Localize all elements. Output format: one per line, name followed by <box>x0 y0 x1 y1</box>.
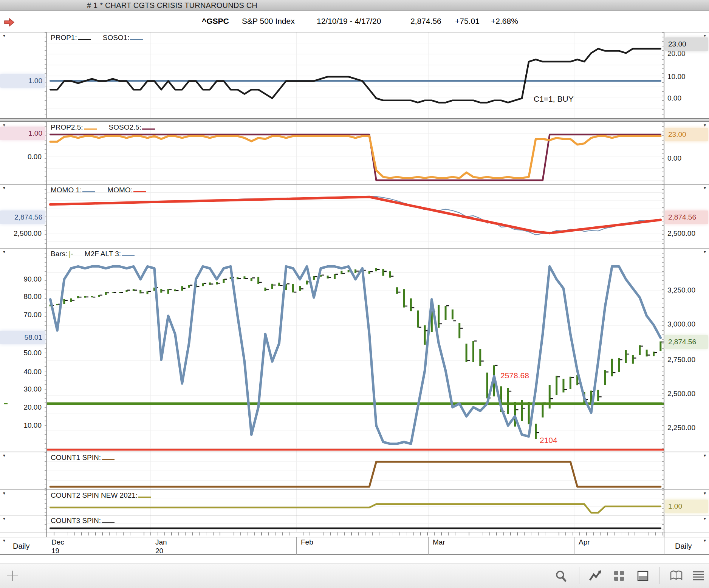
chevron-down-icon[interactable]: ▼ <box>2 539 6 543</box>
legend-underline <box>84 125 97 130</box>
panel-layout-icon[interactable] <box>636 569 649 582</box>
axis-label: 2,250.00 <box>667 424 708 432</box>
minor-ticks <box>45 515 47 532</box>
search-icon[interactable] <box>554 569 567 582</box>
legend-underline <box>102 518 115 523</box>
legend-item[interactable]: COUNT2 SPIN NEW 2021: <box>51 491 138 499</box>
legend-item[interactable]: MOMO 1: <box>51 186 82 194</box>
axis-label: 2,750.00 <box>667 356 708 364</box>
chevron-down-icon[interactable]: ▼ <box>2 250 6 254</box>
legend-item[interactable]: SOSO1: <box>103 34 130 42</box>
chevron-down-icon[interactable]: ▼ <box>2 34 6 38</box>
axis-label: 30.00 <box>0 385 45 393</box>
panel-legend: MOMO 1:MOMO: <box>51 186 147 194</box>
series-COUNT2_SPIN <box>50 504 661 513</box>
minor-ticks <box>662 32 664 118</box>
axis-subrow-divider <box>47 547 664 547</box>
minor-ticks <box>45 452 47 490</box>
chevron-down-icon[interactable]: ▼ <box>703 492 707 495</box>
timeframe-right[interactable]: Daily <box>675 542 692 551</box>
chevron-down-icon[interactable]: ▼ <box>703 454 707 458</box>
chart-annotation: 2104 <box>540 436 557 445</box>
year-label: 20 <box>155 547 163 555</box>
value-tag: 2,874.56 <box>0 210 45 224</box>
axis-separator <box>47 537 47 555</box>
value-tag: 23.00 <box>665 128 708 141</box>
legend-underline <box>142 125 155 130</box>
legend-underline <box>102 455 115 460</box>
month-separator <box>428 537 429 555</box>
axis-label: 3,250.00 <box>667 286 708 294</box>
legend-item[interactable]: COUNT1 SPIN: <box>51 453 101 461</box>
panel-legend: COUNT2 SPIN NEW 2021: <box>51 491 152 500</box>
axis-label: 70.00 <box>0 311 45 319</box>
axis-label: 10.00 <box>0 421 45 430</box>
legend-item[interactable]: |- <box>69 250 73 258</box>
chevron-down-icon[interactable]: ▼ <box>703 517 707 521</box>
axis-label: 0.00 <box>667 154 708 162</box>
minor-ticks <box>662 122 664 184</box>
toolbar-separator <box>579 567 579 584</box>
value-tag: 1.00 <box>0 74 45 88</box>
legend-item[interactable]: COUNT3 SPIN: <box>51 517 101 525</box>
series-COUNT1_SPIN <box>50 462 661 487</box>
pane-splitter[interactable] <box>0 118 709 122</box>
month-label: Dec <box>51 538 64 546</box>
minor-ticks <box>45 490 47 515</box>
series-PROP2.5 <box>50 136 661 178</box>
chart-window: # 1 * CHART CGTS CRISIS TURNAROUNDS CH ^… <box>0 0 709 588</box>
chevron-down-icon[interactable]: ▼ <box>2 186 6 190</box>
year-label: 19 <box>51 547 59 555</box>
crosshair-plus-icon[interactable] <box>6 569 19 582</box>
chevron-down-icon[interactable]: ▼ <box>2 454 6 458</box>
minor-ticks <box>662 452 664 490</box>
legend-underline <box>133 187 146 192</box>
axis-label: 10.00 <box>667 73 708 81</box>
grid-layout-icon[interactable] <box>613 569 625 582</box>
chevron-down-icon[interactable]: ▼ <box>703 539 707 543</box>
axis-label: 2,500.00 <box>0 229 45 238</box>
menu-lines-icon[interactable] <box>692 569 705 582</box>
legend-underline <box>122 251 135 256</box>
legend-item[interactable]: PROP1: <box>51 34 77 42</box>
series-SOSO2.5 <box>50 135 661 180</box>
value-tag: 2,874.56 <box>665 335 708 349</box>
chevron-down-icon[interactable]: ▼ <box>2 492 6 495</box>
value-tag: 23.00 <box>665 37 708 51</box>
chevron-down-icon[interactable]: ▼ <box>2 517 6 521</box>
chevron-down-icon[interactable]: ▼ <box>703 186 707 190</box>
chevron-down-icon[interactable]: ▼ <box>703 250 707 254</box>
legend-item[interactable]: Bars: <box>51 250 67 258</box>
axis-label: 2,500.00 <box>667 229 708 238</box>
month-label: Jan <box>155 538 167 546</box>
legend-item[interactable]: M2F ALT 3: <box>85 250 121 258</box>
legend-underline <box>82 187 95 192</box>
x-axis-ticks <box>47 532 664 535</box>
legend-item[interactable]: SOSO2.5: <box>109 123 142 131</box>
minor-ticks <box>45 248 47 452</box>
x-axis-row: ▼ Daily ▼ Daily Dec19Jan20FebMarApr <box>0 537 709 555</box>
axis-separator <box>664 537 664 555</box>
panel-legend: PROP1:SOSO1: <box>51 34 144 42</box>
panel-legend: Bars:|-M2F ALT 3: <box>51 250 135 258</box>
legend-underline <box>78 35 91 40</box>
month-label: Feb <box>301 538 313 546</box>
bottom-toolbar <box>0 563 709 588</box>
legend-item[interactable]: PROP2.5: <box>51 123 83 131</box>
month-separator <box>296 537 297 555</box>
month-separator <box>151 537 151 555</box>
axis-label: 50.00 <box>0 349 45 357</box>
axis-label: 40.00 <box>0 368 45 376</box>
legend-item[interactable]: MOMO: <box>107 186 133 194</box>
chart-plot-area[interactable] <box>0 0 709 588</box>
chevron-down-icon[interactable]: ▼ <box>703 124 707 127</box>
value-tag: 1.00 <box>0 127 45 140</box>
month-label: Mar <box>433 538 445 546</box>
axis-label: 20.00 <box>0 403 45 412</box>
minor-ticks <box>662 184 664 248</box>
timeframe-left[interactable]: Daily <box>13 542 29 551</box>
trendline-icon[interactable] <box>589 569 602 582</box>
axis-label: 80.00 <box>0 292 45 301</box>
axis-label: 0.00 <box>667 94 708 102</box>
book-icon[interactable] <box>669 569 684 582</box>
